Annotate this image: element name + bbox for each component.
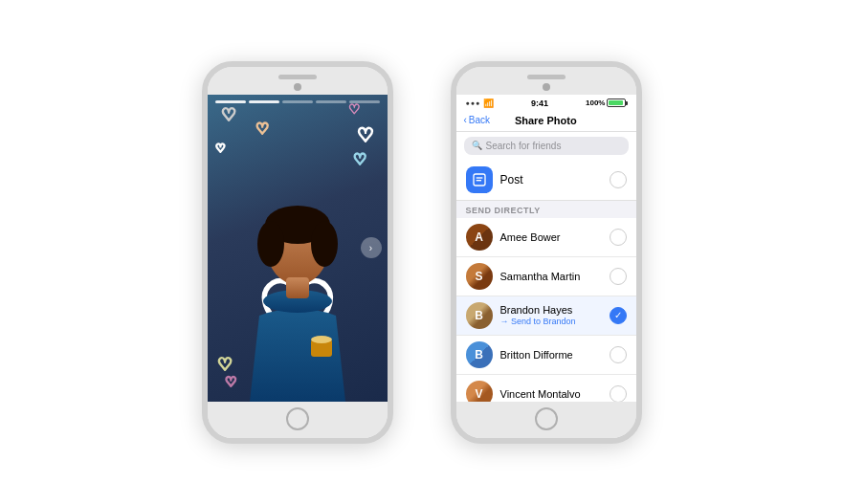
story-next-button[interactable]: › bbox=[361, 237, 382, 258]
svg-rect-10 bbox=[476, 180, 480, 181]
contact-check-brandon[interactable]: ✓ bbox=[610, 307, 627, 324]
right-phone-screen: ●●● 📶 9:41 100% ‹ bbox=[456, 95, 636, 402]
nav-title: Share Photo bbox=[490, 115, 601, 126]
back-button[interactable]: ‹ Back bbox=[464, 115, 491, 125]
contact-info-britton: Britton Difforme bbox=[500, 349, 602, 361]
contact-row-vincent[interactable]: VVincent Montalvo bbox=[456, 375, 636, 402]
avatar-britton: B bbox=[466, 341, 493, 368]
svg-point-2 bbox=[257, 221, 284, 267]
contact-name-sam: Samantha Martin bbox=[500, 271, 602, 282]
search-bar: 🔍 Search for friends bbox=[456, 132, 636, 160]
search-placeholder: Search for friends bbox=[486, 141, 562, 151]
status-time: 9:41 bbox=[531, 99, 548, 108]
contact-row-brandon[interactable]: BBrandon Hayes→ Send to Brandon✓ bbox=[456, 296, 636, 336]
contact-name-vincent: Vincent Montalvo bbox=[500, 388, 602, 400]
battery-tip bbox=[626, 101, 628, 105]
left-phone-top bbox=[208, 67, 388, 95]
contact-name-amee: Amee Bower bbox=[500, 231, 602, 243]
story-dot-2 bbox=[249, 100, 279, 103]
back-chevron: ‹ bbox=[464, 115, 467, 125]
speaker bbox=[278, 75, 317, 79]
avatar-amee: A bbox=[466, 224, 493, 251]
send-directly-header: SEND DIRECTLY bbox=[456, 201, 636, 218]
wifi-icon: 📶 bbox=[483, 99, 494, 108]
contact-name-britton: Britton Difforme bbox=[500, 349, 602, 361]
home-button-right[interactable] bbox=[535, 407, 558, 430]
person-silhouette bbox=[231, 191, 365, 402]
home-button-left[interactable] bbox=[286, 407, 309, 430]
camera bbox=[294, 83, 301, 91]
battery-icon bbox=[607, 99, 626, 107]
signal-dots: ●●● bbox=[466, 99, 481, 106]
contact-info-amee: Amee Bower bbox=[500, 231, 602, 243]
contact-row-sam[interactable]: SSamantha Martin bbox=[456, 257, 636, 296]
avatar-vincent: V bbox=[466, 381, 493, 402]
post-icon bbox=[466, 166, 493, 193]
contact-info-sam: Samantha Martin bbox=[500, 271, 602, 282]
status-left: ●●● 📶 bbox=[466, 99, 495, 108]
status-bar: ●●● 📶 9:41 100% bbox=[456, 95, 636, 110]
story-dot-3 bbox=[282, 100, 313, 103]
contact-check-amee[interactable] bbox=[610, 229, 627, 246]
story-content: ♡ ♡ ♡ ♡ ♡ ♡ ♡ ♡ ♡ bbox=[208, 95, 388, 402]
status-right: 100% bbox=[586, 99, 626, 107]
left-phone-screen: ♡ ♡ ♡ ♡ ♡ ♡ ♡ ♡ ♡ bbox=[208, 95, 388, 402]
search-icon: 🔍 bbox=[472, 141, 482, 150]
left-phone-bottom bbox=[208, 402, 388, 438]
contact-row-britton[interactable]: BBritton Difforme bbox=[456, 336, 636, 375]
contact-sub-brandon: → Send to Brandon bbox=[500, 317, 602, 326]
svg-point-3 bbox=[311, 221, 338, 267]
battery-pct: 100% bbox=[586, 99, 605, 107]
contact-info-brandon: Brandon Hayes→ Send to Brandon bbox=[500, 304, 602, 326]
right-phone-top bbox=[456, 67, 636, 95]
camera-right bbox=[543, 83, 550, 91]
back-label[interactable]: Back bbox=[469, 115, 490, 125]
contact-check-britton[interactable] bbox=[610, 346, 627, 363]
story-dot-4 bbox=[316, 100, 346, 103]
contacts-list: AAmee BowerSSamantha MartinBBrandon Haye… bbox=[456, 218, 636, 402]
search-input-box[interactable]: 🔍 Search for friends bbox=[464, 137, 629, 155]
battery-fill bbox=[609, 100, 622, 105]
contact-row-amee[interactable]: AAmee Bower bbox=[456, 218, 636, 257]
avatar-brandon: B bbox=[466, 302, 493, 329]
contact-name-brandon: Brandon Hayes bbox=[500, 304, 602, 316]
post-check[interactable] bbox=[610, 171, 627, 188]
share-screen: ●●● 📶 9:41 100% ‹ bbox=[456, 95, 636, 402]
scene: ♡ ♡ ♡ ♡ ♡ ♡ ♡ ♡ ♡ bbox=[0, 0, 843, 504]
post-row[interactable]: Post bbox=[456, 160, 636, 201]
contact-check-vincent[interactable] bbox=[610, 385, 627, 402]
svg-point-7 bbox=[311, 336, 332, 343]
avatar-sam: S bbox=[466, 263, 493, 290]
right-phone: ●●● 📶 9:41 100% ‹ bbox=[451, 61, 642, 444]
contact-check-sam[interactable] bbox=[610, 268, 627, 285]
right-phone-bottom bbox=[456, 402, 636, 438]
left-phone: ♡ ♡ ♡ ♡ ♡ ♡ ♡ ♡ ♡ bbox=[202, 61, 393, 444]
svg-rect-5 bbox=[286, 277, 309, 298]
story-dot-1 bbox=[215, 100, 246, 103]
post-label: Post bbox=[500, 173, 602, 186]
story-progress bbox=[215, 100, 380, 103]
svg-rect-9 bbox=[476, 177, 482, 178]
story-dot-5 bbox=[349, 100, 380, 103]
nav-bar: ‹ Back Share Photo bbox=[456, 110, 636, 132]
contact-info-vincent: Vincent Montalvo bbox=[500, 388, 602, 400]
speaker-right bbox=[527, 75, 566, 79]
